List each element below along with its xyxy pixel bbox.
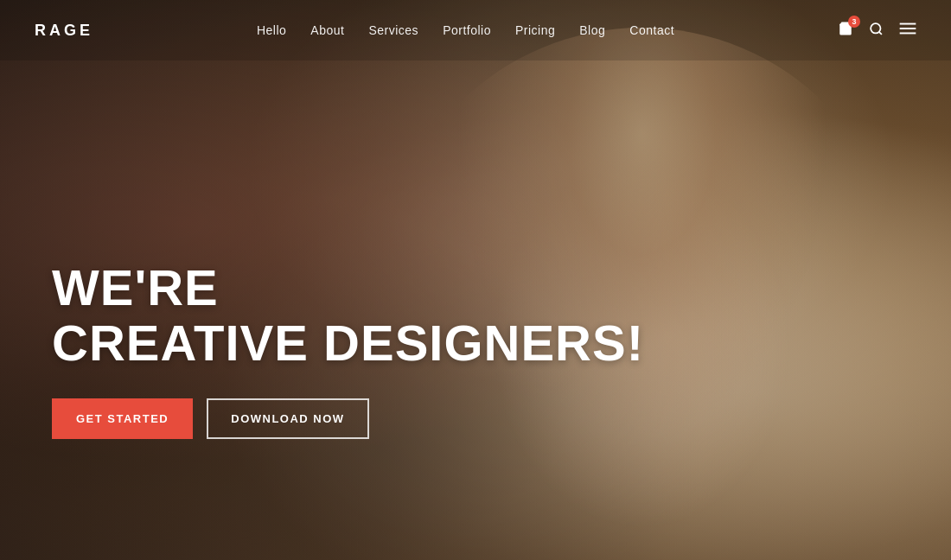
nav-link-blog[interactable]: Blog	[579, 23, 605, 37]
nav-item-pricing[interactable]: Pricing	[515, 22, 555, 38]
nav-links: Hello About Services Portfolio Pricing B…	[257, 22, 674, 38]
hero-content: WE'RE CREATIVE DESIGNERS! GET STARTED DO…	[52, 260, 644, 439]
nav-item-portfolio[interactable]: Portfolio	[443, 22, 491, 38]
cart-icon[interactable]: 3	[838, 21, 853, 40]
nav-item-contact[interactable]: Contact	[629, 22, 674, 38]
nav-item-services[interactable]: Services	[368, 22, 418, 38]
menu-icon[interactable]	[899, 22, 916, 38]
svg-line-2	[879, 31, 882, 34]
brand-logo[interactable]: RAGE	[35, 22, 93, 40]
nav-link-about[interactable]: About	[310, 23, 344, 37]
hero-line2: CREATIVE DESIGNERS!	[52, 315, 644, 371]
nav-link-services[interactable]: Services	[368, 23, 418, 37]
nav-item-about[interactable]: About	[310, 22, 344, 38]
download-now-button[interactable]: DOWNLOAD NOW	[207, 398, 368, 439]
nav-link-hello[interactable]: Hello	[257, 23, 286, 37]
hero-line1: WE'RE	[52, 260, 644, 315]
cart-badge: 3	[848, 16, 860, 28]
nav-item-hello[interactable]: Hello	[257, 22, 286, 38]
hero-section: RAGE Hello About Services Portfolio Pric…	[0, 0, 951, 560]
navbar: RAGE Hello About Services Portfolio Pric…	[0, 0, 951, 60]
nav-icons: 3	[838, 21, 916, 40]
svg-point-1	[871, 23, 880, 33]
hero-tagline: WE'RE CREATIVE DESIGNERS!	[52, 260, 644, 371]
hero-buttons: GET STARTED DOWNLOAD NOW	[52, 398, 644, 439]
search-icon[interactable]	[869, 22, 884, 40]
nav-link-contact[interactable]: Contact	[629, 23, 674, 37]
nav-item-blog[interactable]: Blog	[579, 22, 605, 38]
get-started-button[interactable]: GET STARTED	[52, 398, 193, 439]
nav-link-pricing[interactable]: Pricing	[515, 23, 555, 37]
nav-link-portfolio[interactable]: Portfolio	[443, 23, 491, 37]
